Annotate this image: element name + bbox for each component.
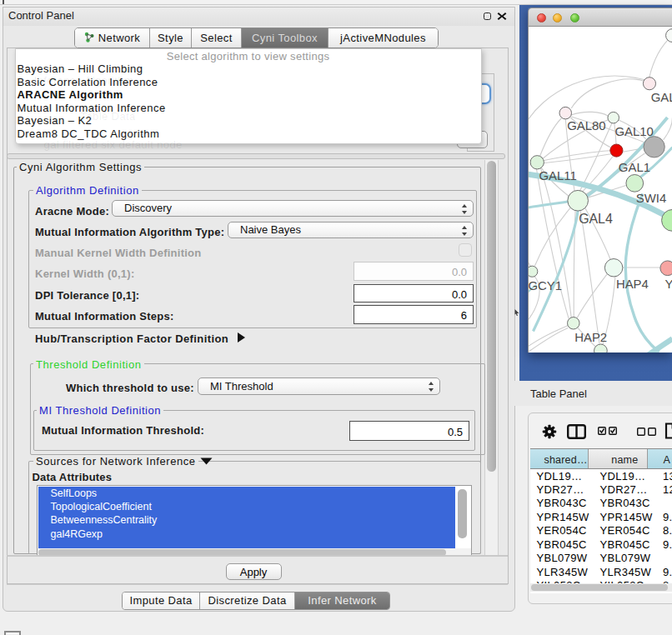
svg-text:HAP2: HAP2 [574, 331, 607, 344]
svg-text:GCY1: GCY1 [528, 278, 562, 292]
svg-text:GAL1: GAL1 [618, 160, 649, 173]
svg-text:GAL11: GAL11 [539, 168, 576, 182]
svg-text:GAL: GAL [650, 91, 672, 104]
svg-text:Y: Y [664, 277, 672, 290]
svg-text:HAP4: HAP4 [615, 277, 648, 290]
svg-text:SWI4: SWI4 [635, 192, 665, 205]
svg-text:GAL4: GAL4 [579, 212, 613, 226]
svg-text:GAL10: GAL10 [614, 124, 653, 138]
svg-text:GAL80: GAL80 [567, 118, 605, 132]
